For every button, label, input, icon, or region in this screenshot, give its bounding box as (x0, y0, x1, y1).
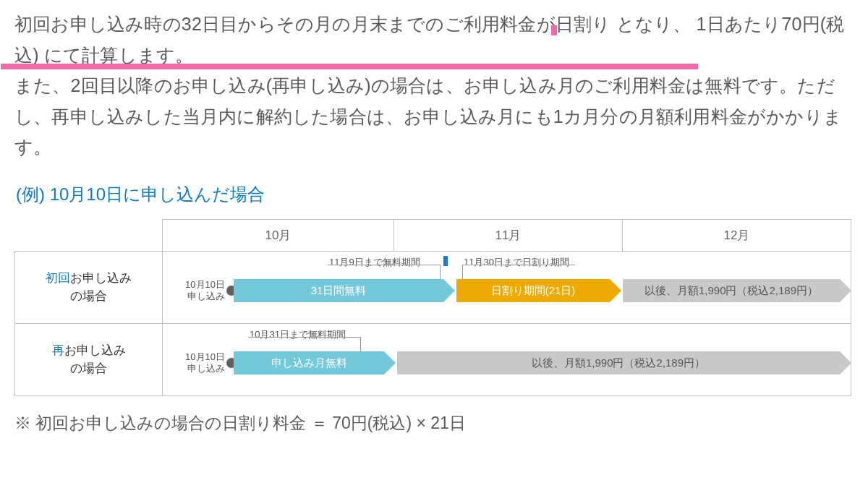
intro-line1a: 初回お申し込み時の32日目からその月の月末までのご利用料金が日割り (14, 14, 610, 34)
row2-bar-after: 以後、月額1,990円（税込2,189円） (397, 351, 840, 374)
row2-bar-free: 申し込み月無料 (234, 351, 384, 374)
row1-head: 初回お申し込み の場合 (15, 251, 163, 323)
highlight-underline (1, 64, 698, 69)
month-col-1: 10月 (163, 219, 394, 251)
intro-para2: また、2回目以降のお申し込み(再申し込み)の場合は、お申し込み月のご利用料金は無… (14, 75, 842, 157)
table-row: 初回お申し込み の場合 10月10日 申し込み 11月9日まで無料期間 (15, 251, 851, 323)
row1-bar-after: 以後、月額1,990円（税込2,189円） (623, 279, 840, 302)
row2-free-note-tick (360, 337, 361, 351)
row1-free-note: 11月9日まで無料期間 (329, 256, 420, 269)
row1-free-note-line (328, 265, 441, 265)
highlight-mark-top (551, 25, 557, 35)
row2-head-line2: の場合 (70, 361, 107, 375)
intro-paragraph: 初回お申し込み時の32日目からその月の月末までのご利用料金が日割り となり、 1… (14, 9, 854, 163)
row2-head-rest: お申し込み (64, 343, 126, 357)
row2-head: 再お申し込み の場合 (15, 323, 163, 395)
pricing-timeline-table: 10月 11月 12月 初回お申し込み の場合 10月10日 申し込み (14, 219, 851, 396)
row1-free-note-tick (440, 265, 441, 279)
row1-prorate-note-line (462, 265, 575, 265)
intro-line2b: にて計算します。 (44, 45, 194, 65)
row1-head-line2: の場合 (70, 289, 107, 303)
row1-bar-free: 31日間無料 (234, 279, 443, 302)
footnote: ※ 初回お申し込みの場合の日割り料金 ＝ 70円(税込) × 21日 (14, 412, 854, 435)
row2-free-note-line (248, 337, 361, 338)
row1-prorate-note-tick (462, 265, 463, 279)
row1-prorate-note: 11月30日まで日割り期間 (464, 256, 569, 269)
row1-bar-prorate: 日割り期間(21日) (456, 279, 610, 302)
table-row: 再お申し込み の場合 10月10日 申し込み 10月31日まで無料期間 申し込み… (15, 323, 851, 395)
row2-head-em: 再 (52, 343, 64, 357)
row1-period-marker-icon (443, 256, 448, 266)
month-col-2: 11月 (394, 219, 623, 251)
row1-head-rest: お申し込み (70, 271, 132, 285)
row2-free-note: 10月31日まで無料期間 (250, 328, 346, 341)
table-corner (15, 219, 163, 251)
month-col-3: 12月 (623, 219, 851, 251)
row2-start-label: 10月10日 申し込み (167, 351, 225, 376)
row1-timeline: 10月10日 申し込み 11月9日まで無料期間 11月30日まで日割り期間 31… (163, 252, 851, 323)
row1-head-em: 初回 (46, 271, 70, 285)
example-heading: (例) 10月10日に申し込んだ場合 (16, 183, 854, 206)
row1-start-label: 10月10日 申し込み (167, 279, 225, 304)
intro-line1b: となり、 (616, 14, 692, 34)
row2-timeline: 10月10日 申し込み 10月31日まで無料期間 申し込み月無料 以後、月額1,… (163, 324, 851, 395)
